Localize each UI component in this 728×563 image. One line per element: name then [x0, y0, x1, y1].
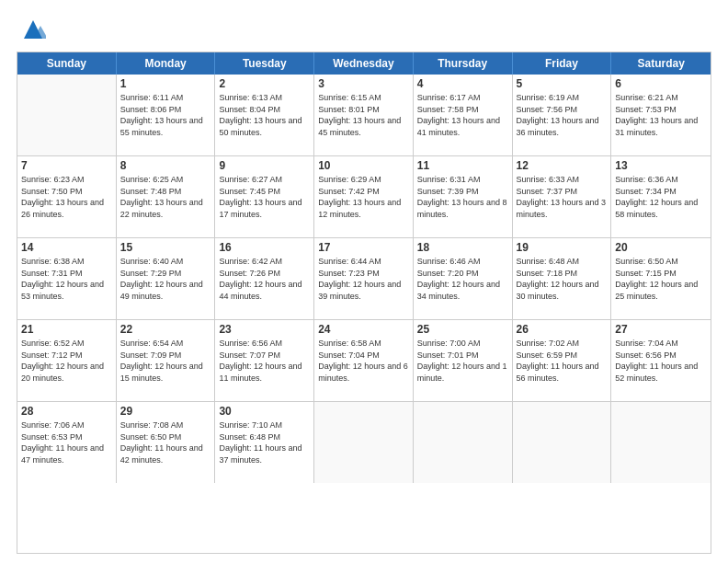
cell-info: Sunrise: 7:00 AMSunset: 7:01 PMDaylight:… — [417, 338, 508, 384]
header-day: Friday — [513, 52, 612, 75]
cell-info: Sunrise: 6:17 AMSunset: 7:58 PMDaylight:… — [417, 92, 508, 138]
cell-info: Sunrise: 6:48 AMSunset: 7:18 PMDaylight:… — [517, 256, 608, 302]
calendar-cell — [611, 402, 711, 483]
day-number: 26 — [517, 323, 608, 336]
header-day: Thursday — [414, 52, 513, 75]
day-number: 8 — [120, 159, 211, 172]
logo — [17, 17, 46, 42]
calendar-cell: 27Sunrise: 7:04 AMSunset: 6:56 PMDayligh… — [611, 320, 711, 401]
cell-info: Sunrise: 6:31 AMSunset: 7:39 PMDaylight:… — [417, 174, 508, 220]
day-number: 10 — [318, 159, 409, 172]
cell-info: Sunrise: 7:04 AMSunset: 6:56 PMDaylight:… — [615, 338, 707, 384]
day-number: 4 — [417, 77, 508, 90]
day-number: 21 — [21, 323, 112, 336]
day-number: 20 — [615, 241, 707, 254]
day-number: 24 — [318, 323, 409, 336]
calendar-row: 21Sunrise: 6:52 AMSunset: 7:12 PMDayligh… — [17, 320, 711, 402]
calendar-cell: 19Sunrise: 6:48 AMSunset: 7:18 PMDayligh… — [513, 238, 612, 319]
calendar-cell: 11Sunrise: 6:31 AMSunset: 7:39 PMDayligh… — [414, 156, 513, 237]
day-number: 2 — [219, 77, 310, 90]
day-number: 17 — [318, 241, 409, 254]
day-number: 7 — [21, 159, 112, 172]
cell-info: Sunrise: 6:54 AMSunset: 7:09 PMDaylight:… — [120, 338, 211, 384]
calendar-row: 1Sunrise: 6:11 AMSunset: 8:06 PMDaylight… — [17, 75, 711, 156]
day-number: 28 — [21, 405, 112, 418]
header-day: Monday — [117, 52, 216, 75]
calendar-row: 7Sunrise: 6:23 AMSunset: 7:50 PMDaylight… — [17, 156, 711, 238]
calendar-cell: 8Sunrise: 6:25 AMSunset: 7:48 PMDaylight… — [117, 156, 216, 237]
calendar-cell: 29Sunrise: 7:08 AMSunset: 6:50 PMDayligh… — [117, 402, 216, 483]
day-number: 9 — [219, 159, 310, 172]
cell-info: Sunrise: 6:15 AMSunset: 8:01 PMDaylight:… — [318, 92, 409, 138]
cell-info: Sunrise: 6:40 AMSunset: 7:29 PMDaylight:… — [120, 256, 211, 302]
cell-info: Sunrise: 7:10 AMSunset: 6:48 PMDaylight:… — [219, 419, 310, 465]
calendar-cell: 10Sunrise: 6:29 AMSunset: 7:42 PMDayligh… — [314, 156, 414, 237]
calendar-cell: 7Sunrise: 6:23 AMSunset: 7:50 PMDaylight… — [17, 156, 117, 237]
day-number: 25 — [417, 323, 508, 336]
calendar-cell: 20Sunrise: 6:50 AMSunset: 7:15 PMDayligh… — [611, 238, 711, 319]
day-number: 18 — [417, 241, 508, 254]
day-number: 16 — [219, 241, 310, 254]
calendar-cell — [513, 402, 612, 483]
day-number: 27 — [615, 323, 707, 336]
day-number: 22 — [120, 323, 211, 336]
calendar-row: 14Sunrise: 6:38 AMSunset: 7:31 PMDayligh… — [17, 238, 711, 320]
day-number: 19 — [517, 241, 608, 254]
cell-info: Sunrise: 6:50 AMSunset: 7:15 PMDaylight:… — [615, 256, 707, 302]
day-number: 11 — [417, 159, 508, 172]
day-number: 12 — [517, 159, 608, 172]
cell-info: Sunrise: 6:46 AMSunset: 7:20 PMDaylight:… — [417, 256, 508, 302]
day-number: 29 — [120, 405, 211, 418]
day-number: 3 — [318, 77, 409, 90]
cell-info: Sunrise: 6:21 AMSunset: 7:53 PMDaylight:… — [615, 92, 707, 138]
calendar-cell: 14Sunrise: 6:38 AMSunset: 7:31 PMDayligh… — [17, 238, 117, 319]
cell-info: Sunrise: 6:23 AMSunset: 7:50 PMDaylight:… — [21, 174, 112, 220]
cell-info: Sunrise: 6:19 AMSunset: 7:56 PMDaylight:… — [517, 92, 608, 138]
cell-info: Sunrise: 6:56 AMSunset: 7:07 PMDaylight:… — [219, 338, 310, 384]
cell-info: Sunrise: 6:33 AMSunset: 7:37 PMDaylight:… — [517, 174, 608, 220]
cell-info: Sunrise: 6:11 AMSunset: 8:06 PMDaylight:… — [120, 92, 211, 138]
day-number: 13 — [615, 159, 707, 172]
calendar-cell: 30Sunrise: 7:10 AMSunset: 6:48 PMDayligh… — [215, 402, 314, 483]
calendar-cell — [17, 75, 117, 155]
day-number: 15 — [120, 241, 211, 254]
calendar-cell: 15Sunrise: 6:40 AMSunset: 7:29 PMDayligh… — [117, 238, 216, 319]
calendar-cell: 4Sunrise: 6:17 AMSunset: 7:58 PMDaylight… — [414, 75, 513, 155]
cell-info: Sunrise: 6:58 AMSunset: 7:04 PMDaylight:… — [318, 338, 409, 384]
day-number: 30 — [219, 405, 310, 418]
calendar-cell: 25Sunrise: 7:00 AMSunset: 7:01 PMDayligh… — [414, 320, 513, 401]
cell-info: Sunrise: 6:44 AMSunset: 7:23 PMDaylight:… — [318, 256, 409, 302]
calendar-cell: 12Sunrise: 6:33 AMSunset: 7:37 PMDayligh… — [513, 156, 612, 237]
calendar-cell: 18Sunrise: 6:46 AMSunset: 7:20 PMDayligh… — [414, 238, 513, 319]
page: SundayMondayTuesdayWednesdayThursdayFrid… — [0, 0, 728, 563]
logo-icon — [20, 17, 46, 42]
header-day: Sunday — [17, 52, 117, 75]
calendar-cell: 17Sunrise: 6:44 AMSunset: 7:23 PMDayligh… — [314, 238, 414, 319]
calendar-cell — [414, 402, 513, 483]
calendar-cell: 5Sunrise: 6:19 AMSunset: 7:56 PMDaylight… — [513, 75, 612, 155]
calendar-header: SundayMondayTuesdayWednesdayThursdayFrid… — [17, 52, 711, 75]
calendar: SundayMondayTuesdayWednesdayThursdayFrid… — [17, 52, 711, 554]
calendar-cell: 1Sunrise: 6:11 AMSunset: 8:06 PMDaylight… — [117, 75, 216, 155]
day-number: 23 — [219, 323, 310, 336]
header-day: Wednesday — [314, 52, 414, 75]
calendar-row: 28Sunrise: 7:06 AMSunset: 6:53 PMDayligh… — [17, 402, 711, 483]
cell-info: Sunrise: 6:42 AMSunset: 7:26 PMDaylight:… — [219, 256, 310, 302]
cell-info: Sunrise: 6:25 AMSunset: 7:48 PMDaylight:… — [120, 174, 211, 220]
calendar-cell: 28Sunrise: 7:06 AMSunset: 6:53 PMDayligh… — [17, 402, 117, 483]
cell-info: Sunrise: 7:08 AMSunset: 6:50 PMDaylight:… — [120, 419, 211, 465]
header-day: Saturday — [611, 52, 711, 75]
calendar-cell: 9Sunrise: 6:27 AMSunset: 7:45 PMDaylight… — [215, 156, 314, 237]
calendar-cell: 2Sunrise: 6:13 AMSunset: 8:04 PMDaylight… — [215, 75, 314, 155]
calendar-cell: 6Sunrise: 6:21 AMSunset: 7:53 PMDaylight… — [611, 75, 711, 155]
cell-info: Sunrise: 7:06 AMSunset: 6:53 PMDaylight:… — [21, 419, 112, 465]
cell-info: Sunrise: 7:02 AMSunset: 6:59 PMDaylight:… — [517, 338, 608, 384]
calendar-cell: 23Sunrise: 6:56 AMSunset: 7:07 PMDayligh… — [215, 320, 314, 401]
calendar-cell: 21Sunrise: 6:52 AMSunset: 7:12 PMDayligh… — [17, 320, 117, 401]
calendar-cell: 24Sunrise: 6:58 AMSunset: 7:04 PMDayligh… — [314, 320, 414, 401]
header-day: Tuesday — [215, 52, 314, 75]
cell-info: Sunrise: 6:36 AMSunset: 7:34 PMDaylight:… — [615, 174, 707, 220]
day-number: 5 — [517, 77, 608, 90]
day-number: 1 — [120, 77, 211, 90]
calendar-cell: 22Sunrise: 6:54 AMSunset: 7:09 PMDayligh… — [117, 320, 216, 401]
